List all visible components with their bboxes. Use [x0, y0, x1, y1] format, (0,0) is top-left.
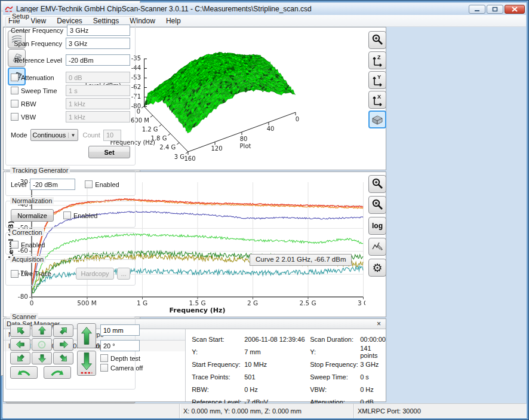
span-frequency-label: Span Frequency: [11, 40, 62, 47]
cube-3d-icon: [371, 114, 384, 125]
correction-enabled-label: Enabled: [21, 241, 45, 249]
move-down-button[interactable]: [32, 352, 52, 364]
vbw-checkbox[interactable]: [11, 113, 19, 121]
sweep-time-field: 1 s: [66, 85, 130, 96]
tg-level-field[interactable]: -20 dBm: [30, 179, 75, 190]
normalization-group: Normalization Normalize Enabled: [5, 201, 136, 228]
info-value: 3 GHz: [360, 361, 386, 368]
status-cell-empty: [3, 404, 180, 418]
reference-level-field[interactable]: -20 dBm: [66, 54, 130, 66]
attenuation-checkbox[interactable]: [11, 73, 19, 81]
maximize-button[interactable]: [487, 5, 503, 14]
move-up-button[interactable]: [32, 324, 52, 337]
arrow-up-left-icon: [13, 323, 27, 338]
info-label: VBW:: [310, 386, 360, 393]
view-axis-z-button[interactable]: Z: [368, 51, 386, 69]
more-button[interactable]: ...: [117, 268, 130, 280]
zoom-3d-button[interactable]: [368, 31, 386, 49]
log-scale-button[interactable]: log: [368, 217, 386, 235]
close-button[interactable]: [505, 5, 525, 14]
plot-settings-button[interactable]: ⚙: [368, 259, 386, 277]
minimize-button[interactable]: [469, 5, 485, 14]
z-down-button[interactable]: [77, 351, 96, 376]
arrow-down-left-icon: [13, 351, 27, 365]
info-value: 00:00:00: [360, 336, 386, 343]
tracking-generator-label: Tracking Generator: [10, 167, 70, 174]
camera-off-row: Camera off: [100, 364, 143, 372]
svg-text:Z: Z: [377, 54, 381, 60]
sweep-time-checkbox[interactable]: [11, 87, 19, 94]
view-axis-y-button[interactable]: Y: [368, 71, 386, 89]
move-right-button[interactable]: [53, 338, 73, 351]
magnifier-cross-icon: [371, 198, 384, 211]
device-control-panel: Device Control × Setup Center Frequency …: [1, 1, 140, 376]
depth-test-checkbox[interactable]: [100, 354, 108, 362]
tracking-generator-group: Tracking Generator Level -20 dBm Enabled: [5, 170, 136, 196]
move-down-right-button[interactable]: [53, 352, 73, 364]
close-panel-icon[interactable]: ×: [375, 321, 383, 327]
menu-help[interactable]: Help: [161, 16, 186, 26]
info-label: Scan Start:: [192, 336, 244, 343]
move-left-button[interactable]: [10, 338, 30, 351]
hardcopy-button[interactable]: Hardcopy: [76, 268, 114, 280]
info-label: Sweep Time:: [310, 373, 360, 381]
center-frequency-field[interactable]: 3 GHz: [67, 24, 130, 36]
move-center-button[interactable]: [32, 338, 52, 351]
normalize-button[interactable]: Normalize: [11, 209, 54, 222]
rbw-checkbox[interactable]: [11, 100, 19, 108]
chevron-down-icon: ▼: [68, 133, 76, 138]
set-button[interactable]: Set: [88, 146, 130, 158]
svg-text:Y: Y: [377, 74, 381, 80]
arrow-z-up-icon: [80, 326, 93, 345]
arrow-down-icon: [37, 353, 47, 363]
step-size-field[interactable]: 10 mm: [100, 324, 140, 336]
sweep-time-label: Sweep Time: [21, 87, 57, 94]
tg-enabled-checkbox[interactable]: [85, 180, 93, 188]
move-up-right-button[interactable]: [53, 324, 73, 337]
depth-test-label: Depth test: [110, 355, 140, 362]
arrow-down-right-icon: [56, 351, 70, 365]
tg-level-label: Level: [11, 181, 26, 188]
zoom-in-2d-button[interactable]: [368, 175, 386, 193]
view-3d-button[interactable]: [368, 111, 386, 128]
camera-off-checkbox[interactable]: [100, 364, 108, 372]
correction-enabled-checkbox[interactable]: [11, 241, 19, 249]
arrow-right-icon: [59, 339, 69, 350]
zoom-reset-2d-button[interactable]: [368, 196, 386, 214]
rotate-left-button[interactable]: [10, 366, 38, 379]
title-bar[interactable]: Langer EMV-Technik GmbH ChipScan-Scanner…: [3, 3, 526, 15]
normalization-enabled-checkbox[interactable]: [63, 211, 71, 219]
span-frequency-field[interactable]: 3 GHz: [66, 38, 130, 49]
move-down-left-button[interactable]: [10, 352, 30, 364]
center-frequency-label: Center Frequency: [11, 27, 63, 34]
mode-value: Continuous: [33, 131, 66, 139]
attenuation-label: Attenuation: [21, 74, 54, 81]
info-value: 501: [244, 373, 310, 381]
z-up-button[interactable]: [77, 323, 96, 348]
move-up-left-button[interactable]: [10, 324, 30, 337]
status-xmlrpc: XMLRPC Port: 30000: [354, 404, 526, 418]
scan-info: Scan Start:2006-11-08 12:39:46Scan Durat…: [186, 329, 386, 401]
setup-group-label: Setup: [10, 13, 31, 20]
info-value: 7 mm: [244, 348, 310, 355]
gear-icon: ⚙: [372, 262, 382, 274]
angle-field[interactable]: 20 °: [100, 340, 140, 351]
reference-level-label: Reference Level: [11, 57, 62, 64]
view-axis-x-button[interactable]: X: [368, 91, 386, 109]
acquisition-label: Acquisition: [10, 256, 45, 263]
arrow-left-icon: [16, 339, 26, 350]
info-value: 10 MHz: [244, 361, 310, 368]
magnifier-plus-icon: [371, 177, 384, 191]
scanner-group: Scanner: [5, 317, 136, 390]
info-value: 141 points: [360, 345, 386, 359]
rotate-right-button[interactable]: [44, 366, 71, 379]
axis-y-icon: Y: [371, 73, 384, 87]
plot-tooltip: Curve 2 2.01 GHz, -66.7 dBm: [250, 254, 352, 266]
status-position: X: 0.000 mm, Y: 0.000 mm, Z: 0.000 mm: [180, 404, 354, 418]
live-trace-checkbox[interactable]: [11, 270, 19, 278]
info-label: Trace Points:: [192, 373, 244, 381]
mode-select[interactable]: Continuous ▼: [30, 129, 78, 141]
correction-label: Correction: [10, 229, 44, 236]
mode-label: Mode: [11, 131, 27, 139]
marker-button[interactable]: [368, 238, 386, 256]
